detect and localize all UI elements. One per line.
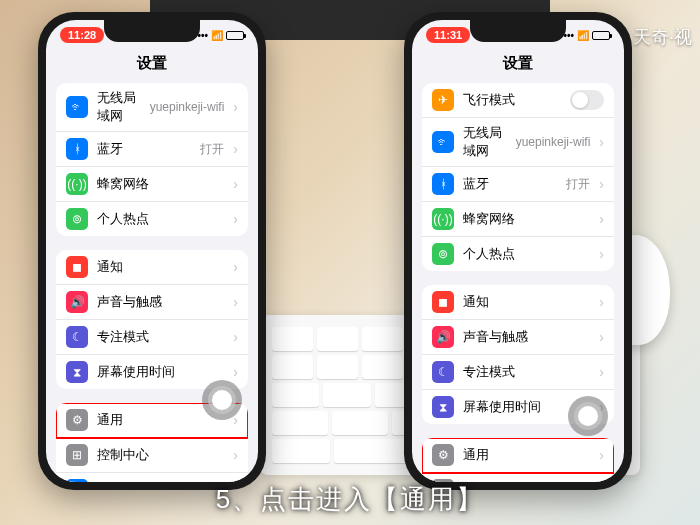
settings-row-wifi[interactable]: ᯤ无线局域网yuepinkeji-wifi› — [56, 83, 248, 132]
row-label: 个人热点 — [97, 210, 224, 228]
page-title: 设置 — [46, 50, 258, 83]
chevron-right-icon: › — [233, 294, 238, 310]
notch — [470, 20, 566, 42]
general-icon: ⚙ — [432, 444, 454, 466]
notch — [104, 20, 200, 42]
settings-row-sound[interactable]: 🔊声音与触感› — [422, 320, 614, 355]
chevron-right-icon: › — [233, 141, 238, 157]
page-title: 设置 — [412, 50, 624, 83]
assistive-touch[interactable] — [202, 380, 242, 420]
row-label: 飞行模式 — [463, 91, 561, 109]
row-label: 无线局域网 — [463, 124, 507, 160]
settings-row-wifi[interactable]: ᯤ无线局域网yuepinkeji-wifi› — [422, 118, 614, 167]
settings-row-sound[interactable]: 🔊声音与触感› — [56, 285, 248, 320]
hotspot-icon: ⊚ — [432, 243, 454, 265]
row-detail: 打开 — [200, 141, 224, 158]
row-detail: yuepinkeji-wifi — [516, 135, 591, 149]
chevron-right-icon: › — [233, 99, 238, 115]
row-label: 蜂窝网络 — [97, 175, 224, 193]
chevron-right-icon: › — [233, 329, 238, 345]
settings-row-notification[interactable]: ◼通知› — [56, 250, 248, 285]
chevron-right-icon: › — [233, 364, 238, 380]
row-label: 通用 — [97, 411, 224, 429]
status-time: 11:31 — [426, 27, 470, 43]
bluetooth-icon: ᚼ — [66, 138, 88, 160]
chevron-right-icon: › — [599, 246, 604, 262]
settings-row-airplane[interactable]: ✈飞行模式 — [422, 83, 614, 118]
chevron-right-icon: › — [233, 176, 238, 192]
chevron-right-icon: › — [233, 447, 238, 463]
chevron-right-icon: › — [233, 259, 238, 275]
assistive-touch[interactable] — [568, 396, 608, 436]
airplane-icon: ✈ — [432, 89, 454, 111]
screentime-icon: ⧗ — [432, 396, 454, 418]
status-icons: ••••📶 — [560, 30, 610, 41]
row-label: 通知 — [97, 258, 224, 276]
screentime-icon: ⧗ — [66, 361, 88, 383]
chevron-right-icon: › — [599, 176, 604, 192]
settings-row-cellular[interactable]: ((·))蜂窝网络› — [422, 202, 614, 237]
chevron-right-icon: › — [599, 329, 604, 345]
chevron-right-icon: › — [599, 294, 604, 310]
focus-icon: ☾ — [432, 361, 454, 383]
chevron-right-icon: › — [599, 134, 604, 150]
hotspot-icon: ⊚ — [66, 208, 88, 230]
settings-row-bluetooth[interactable]: ᚼ蓝牙打开› — [56, 132, 248, 167]
row-label: 通用 — [463, 446, 590, 464]
chevron-right-icon: › — [599, 447, 604, 463]
phone-left: 11:28 ••••📶 设置 ᯤ无线局域网yuepinkeji-wifi›ᚼ蓝牙… — [38, 12, 266, 490]
settings-row-bluetooth[interactable]: ᚼ蓝牙打开› — [422, 167, 614, 202]
row-label: 专注模式 — [463, 363, 590, 381]
chevron-right-icon: › — [599, 211, 604, 227]
notification-icon: ◼ — [432, 291, 454, 313]
toggle[interactable] — [570, 90, 604, 110]
settings-row-control[interactable]: ⊞控制中心› — [56, 438, 248, 473]
settings-row-focus[interactable]: ☾专注模式› — [56, 320, 248, 355]
cellular-icon: ((·)) — [432, 208, 454, 230]
watermark-top-right: 天奇·视 — [633, 25, 692, 49]
row-label: 声音与触感 — [463, 328, 590, 346]
sound-icon: 🔊 — [432, 326, 454, 348]
bluetooth-icon: ᚼ — [432, 173, 454, 195]
general-icon: ⚙ — [66, 409, 88, 431]
row-detail: yuepinkeji-wifi — [150, 100, 225, 114]
settings-row-hotspot[interactable]: ⊚个人热点› — [422, 237, 614, 271]
settings-row-general[interactable]: ⚙通用› — [422, 438, 614, 473]
row-detail: 打开 — [566, 176, 590, 193]
row-label: 声音与触感 — [97, 293, 224, 311]
row-label: 蓝牙 — [97, 140, 191, 158]
wifi-icon: ᯤ — [432, 131, 454, 153]
settings-row-control[interactable]: ⊞控制中心› — [422, 473, 614, 482]
notification-icon: ◼ — [66, 256, 88, 278]
row-label: 蓝牙 — [463, 175, 557, 193]
row-label: 控制中心 — [97, 446, 224, 464]
status-icons: ••••📶 — [194, 30, 244, 41]
wifi-icon: ᯤ — [66, 96, 88, 118]
settings-row-cellular[interactable]: ((·))蜂窝网络› — [56, 167, 248, 202]
row-label: 个人热点 — [463, 245, 590, 263]
settings-row-display[interactable]: AA显示与亮度› — [56, 473, 248, 482]
settings-row-notification[interactable]: ◼通知› — [422, 285, 614, 320]
row-label: 无线局域网 — [97, 89, 141, 125]
status-time: 11:28 — [60, 27, 104, 43]
settings-row-focus[interactable]: ☾专注模式› — [422, 355, 614, 390]
phone-right: 11:31 ••••📶 设置 ✈飞行模式ᯤ无线局域网yuepinkeji-wif… — [404, 12, 632, 490]
focus-icon: ☾ — [66, 326, 88, 348]
control-icon: ⊞ — [66, 444, 88, 466]
cellular-icon: ((·)) — [66, 173, 88, 195]
row-label: 蜂窝网络 — [463, 210, 590, 228]
chevron-right-icon: › — [233, 211, 238, 227]
row-label: 屏幕使用时间 — [97, 363, 224, 381]
chevron-right-icon: › — [599, 364, 604, 380]
row-label: 专注模式 — [97, 328, 224, 346]
row-label: 通知 — [463, 293, 590, 311]
caption-subtitle: 5、点击进入【通用】 — [0, 482, 700, 517]
sound-icon: 🔊 — [66, 291, 88, 313]
settings-row-hotspot[interactable]: ⊚个人热点› — [56, 202, 248, 236]
